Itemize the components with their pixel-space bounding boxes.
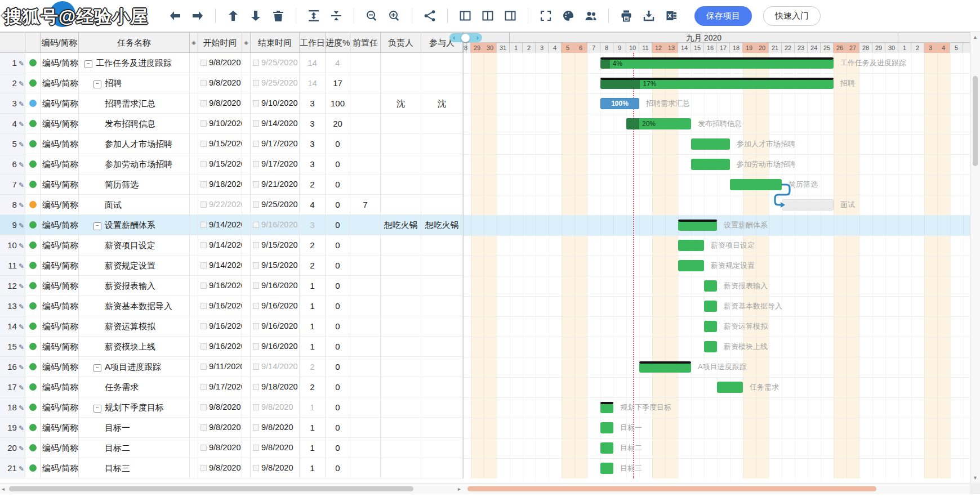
end-date[interactable]: 9/16/2020 [261, 342, 298, 351]
save-project-button[interactable]: 保存项目 [694, 6, 752, 26]
arrow-up-icon[interactable] [226, 8, 240, 23]
users-icon[interactable] [583, 8, 598, 23]
start-date[interactable]: 9/16/2020 [209, 321, 242, 330]
panel-right-icon[interactable] [503, 8, 518, 23]
status-dot[interactable] [29, 140, 37, 147]
table-row-4[interactable]: 4✎编码/简称发布招聘信息9/10/20209/14/2020320 [0, 114, 463, 134]
table-row-1[interactable]: 1✎编码/简称−工作任务及进度跟踪9/8/20209/25/2020144 [0, 53, 463, 73]
table-row-18[interactable]: 18✎编码/简称−规划下季度目标9/8/20209/8/202010 [0, 397, 463, 418]
download-icon[interactable] [642, 8, 656, 23]
date-checkbox[interactable] [201, 364, 207, 370]
date-checkbox[interactable] [253, 384, 259, 390]
scroll-up-icon[interactable]: ▲ [970, 34, 980, 40]
date-checkbox[interactable] [253, 80, 259, 86]
date-checkbox[interactable] [253, 202, 259, 208]
collapse-toggle[interactable]: − [93, 222, 101, 230]
date-checkbox[interactable] [253, 303, 259, 309]
date-checkbox[interactable] [201, 303, 207, 309]
quickstart-button[interactable]: 快速入门 [763, 6, 821, 26]
end-date[interactable]: 9/14/2020 [261, 119, 298, 128]
date-checkbox[interactable] [201, 120, 207, 127]
edit-pencil-icon[interactable]: ✎ [19, 465, 24, 473]
table-row-13[interactable]: 13✎编码/简称薪资基本数据导入9/16/20209/16/202010 [0, 296, 463, 316]
end-date[interactable]: 9/8/2020 [261, 443, 293, 452]
table-row-19[interactable]: 19✎编码/简称目标一9/8/20209/8/202010 [0, 418, 463, 438]
date-checkbox[interactable] [201, 222, 207, 228]
edit-pencil-icon[interactable]: ✎ [19, 222, 24, 230]
date-checkbox[interactable] [201, 404, 207, 410]
date-checkbox[interactable] [201, 465, 207, 471]
start-date[interactable]: 9/8/2020 [209, 58, 240, 67]
row-collapse-icon[interactable] [329, 8, 344, 23]
date-checkbox[interactable] [253, 445, 259, 451]
end-date[interactable]: 9/21/2020 [261, 180, 298, 189]
status-dot[interactable] [29, 464, 37, 472]
date-checkbox[interactable] [201, 80, 207, 86]
table-row-11[interactable]: 11✎编码/简称薪资规定设置9/14/20209/15/202020 [0, 256, 463, 276]
start-date[interactable]: 9/18/2020 [209, 180, 242, 189]
end-date[interactable]: 9/25/2020 [261, 200, 298, 209]
date-checkbox[interactable] [201, 60, 207, 66]
start-date[interactable]: 9/16/2020 [209, 301, 242, 310]
table-row-9[interactable]: 9✎编码/简称−设置薪酬体系9/14/20209/16/202030想吃火锅想吃… [0, 215, 463, 235]
start-date[interactable]: 9/11/2020 [209, 362, 242, 371]
end-date[interactable]: 9/25/2020 [261, 58, 298, 67]
date-checkbox[interactable] [201, 242, 207, 248]
edit-pencil-icon[interactable]: ✎ [19, 120, 24, 128]
status-dot[interactable] [29, 343, 37, 350]
panel-left-icon[interactable] [458, 8, 473, 23]
status-dot[interactable] [29, 323, 37, 330]
share-icon[interactable] [422, 8, 437, 23]
table-row-17[interactable]: 17✎编码/简称任务需求9/17/20209/18/202020 [0, 377, 463, 397]
edit-pencil-icon[interactable]: ✎ [19, 424, 24, 432]
date-checkbox[interactable] [201, 283, 207, 289]
fullscreen-icon[interactable] [538, 8, 553, 23]
end-date[interactable]: 9/8/2020 [261, 463, 293, 472]
date-checkbox[interactable] [201, 161, 207, 167]
slider-knob[interactable] [461, 34, 470, 42]
start-date[interactable]: 9/15/2020 [209, 159, 242, 168]
table-row-10[interactable]: 10✎编码/简称薪资项目设定9/14/20209/15/202020 [0, 235, 463, 256]
edit-pencil-icon[interactable]: ✎ [19, 242, 24, 250]
status-dot[interactable] [29, 59, 37, 66]
collapse-toggle[interactable]: − [93, 405, 101, 413]
table-hscrollbar[interactable]: ◂ ▸ [0, 483, 463, 494]
vertical-scrollbar-thumb[interactable] [973, 76, 978, 166]
palette-icon[interactable] [561, 8, 576, 23]
status-dot[interactable] [29, 79, 37, 87]
start-date[interactable]: 9/16/2020 [209, 281, 242, 290]
date-checkbox[interactable] [253, 323, 259, 329]
start-date[interactable]: 9/16/2020 [209, 342, 242, 351]
status-dot[interactable] [29, 282, 37, 289]
start-date[interactable]: 9/8/2020 [209, 402, 240, 411]
date-checkbox[interactable] [201, 323, 207, 329]
edit-pencil-icon[interactable]: ✎ [19, 323, 24, 331]
date-checkbox[interactable] [253, 141, 259, 147]
date-checkbox[interactable] [201, 100, 207, 106]
column-header-dia2[interactable]: ◈ [242, 33, 251, 52]
excel-icon[interactable] [664, 8, 679, 23]
table-row-21[interactable]: 21✎编码/简称目标三9/8/20209/8/202010 [0, 458, 463, 478]
edit-pencil-icon[interactable]: ✎ [19, 141, 24, 149]
status-dot[interactable] [29, 444, 37, 451]
start-date[interactable]: 9/8/2020 [209, 423, 240, 432]
status-dot[interactable] [29, 160, 37, 168]
edit-pencil-icon[interactable]: ✎ [19, 445, 24, 453]
scroll-left-icon[interactable]: ◂ [2, 486, 5, 492]
date-checkbox[interactable] [201, 384, 207, 390]
collapse-toggle[interactable]: − [93, 80, 101, 88]
end-date[interactable]: 9/25/2020 [261, 78, 298, 87]
vertical-scrollbar[interactable]: ▲ ▼ [970, 32, 980, 483]
status-dot[interactable] [29, 100, 37, 107]
splitter-line[interactable] [466, 42, 466, 53]
table-row-16[interactable]: 16✎编码/简称−A项目进度跟踪9/11/20209/14/202020 [0, 357, 463, 377]
status-dot[interactable] [29, 221, 37, 229]
table-row-7[interactable]: 7✎编码/简称简历筛选9/18/20209/21/202020 [0, 174, 463, 195]
date-checkbox[interactable] [201, 424, 207, 431]
status-dot[interactable] [29, 181, 37, 188]
status-dot[interactable] [29, 424, 37, 431]
start-date[interactable]: 9/15/2020 [209, 139, 242, 148]
date-checkbox[interactable] [201, 202, 207, 208]
status-dot[interactable] [29, 262, 37, 269]
scroll-down-icon[interactable]: ▼ [970, 475, 980, 481]
